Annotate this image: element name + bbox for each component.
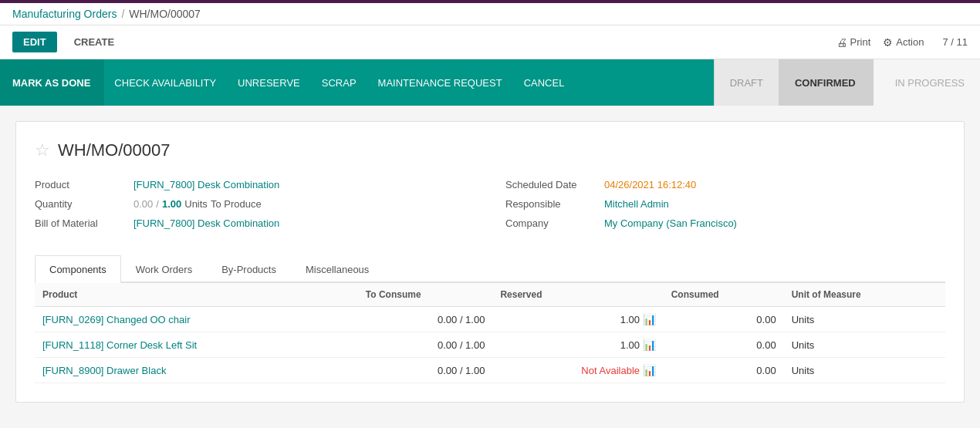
quantity-field: Quantity 0.00 / 1.00 Units To Produce [35, 198, 475, 210]
col-product: Product [35, 283, 358, 307]
col-to-consume: To Consume [358, 283, 493, 307]
record-counter: 7 / 11 [942, 36, 968, 48]
responsible-field: Responsible Mitchell Admin [505, 198, 945, 210]
action-bar: EDIT CREATE Print Action 7 / 11 [0, 25, 980, 59]
unit-measure: Units [784, 332, 945, 358]
reserved-value: 1.00 📊 [492, 332, 663, 358]
product-label: Product [35, 179, 127, 190]
table-body: [FURN_0269] Changed OO chair 0.00 / 1.00… [35, 307, 945, 383]
favorite-icon[interactable]: ☆ [35, 140, 50, 160]
create-button[interactable]: CREATE [63, 32, 125, 52]
status-confirmed[interactable]: CONFIRMED [779, 59, 873, 106]
toolbar: MARK AS DONE CHECK AVAILABILITY UNRESERV… [0, 59, 980, 106]
consumed: 0.00 [664, 332, 784, 358]
scrap-button[interactable]: SCRAP [311, 59, 367, 106]
print-button[interactable]: Print [836, 36, 871, 49]
quantity-zero: 0.00 [133, 198, 153, 210]
action-label: Action [896, 36, 924, 48]
unit-measure: Units [784, 307, 945, 332]
mark-as-done-button[interactable]: MARK AS DONE [0, 59, 103, 106]
product-name[interactable]: [FURN_0269] Changed OO chair [35, 307, 358, 332]
table-row: [FURN_0269] Changed OO chair 0.00 / 1.00… [35, 307, 945, 332]
printer-icon [836, 36, 847, 49]
chart-icon[interactable]: 📊 [643, 339, 656, 351]
breadcrumb-current: WH/MO/00007 [129, 8, 201, 20]
cancel-button[interactable]: CANCEL [513, 59, 576, 106]
not-available: Not Available [581, 365, 640, 376]
tabs-row: Components Work Orders By-Products Misce… [35, 255, 945, 283]
breadcrumb-parent[interactable]: Manufacturing Orders [12, 8, 117, 20]
product-name[interactable]: [FURN_1118] Corner Desk Left Sit [35, 332, 358, 358]
product-value[interactable]: [FURN_7800] Desk Combination [133, 179, 279, 190]
product-field: Product [FURN_7800] Desk Combination [35, 179, 475, 190]
chart-icon[interactable]: 📊 [643, 313, 656, 325]
tab-miscellaneous[interactable]: Miscellaneous [291, 255, 384, 283]
table-row: [FURN_8900] Drawer Black 0.00 / 1.00 Not… [35, 358, 945, 383]
form-title-row: ☆ WH/MO/00007 [35, 140, 945, 160]
table-header-row: Product To Consume Reserved Consumed Uni… [35, 283, 945, 307]
print-label: Print [850, 36, 871, 48]
status-bar: DRAFT CONFIRMED IN PROGRESS [714, 59, 980, 106]
quantity-row: 0.00 / 1.00 Units To Produce [133, 198, 262, 210]
to-consume: 0.00 / 1.00 [358, 358, 493, 383]
bom-value[interactable]: [FURN_7800] Desk Combination [133, 217, 279, 229]
unit-measure: Units [784, 358, 945, 383]
check-availability-button[interactable]: CHECK AVAILABILITY [103, 59, 227, 106]
chart-icon[interactable]: 📊 [643, 364, 656, 376]
form-fields: Product [FURN_7800] Desk Combination Qua… [35, 179, 945, 237]
form-title: WH/MO/00007 [58, 140, 171, 160]
scheduled-date-label: Scheduled Date [505, 179, 598, 190]
unreserve-button[interactable]: UNRESERVE [227, 59, 311, 106]
left-fields: Product [FURN_7800] Desk Combination Qua… [35, 179, 475, 237]
reserved-value: Not Available 📊 [492, 358, 663, 383]
breadcrumb: Manufacturing Orders / WH/MO/00007 [0, 3, 980, 25]
main-content: ☆ WH/MO/00007 Product [FURN_7800] Desk C… [0, 106, 980, 418]
responsible-value[interactable]: Mitchell Admin [604, 198, 669, 210]
maintenance-request-button[interactable]: MAINTENANCE REQUEST [367, 59, 513, 106]
form-card: ☆ WH/MO/00007 Product [FURN_7800] Desk C… [15, 121, 965, 403]
quantity-label: Quantity [35, 198, 127, 210]
quantity-value[interactable]: 1.00 [162, 198, 181, 210]
product-name[interactable]: [FURN_8900] Drawer Black [35, 358, 358, 383]
status-draft[interactable]: DRAFT [714, 59, 779, 106]
right-fields: Scheduled Date 04/26/2021 16:12:40 Respo… [505, 179, 945, 237]
to-consume: 0.00 / 1.00 [358, 307, 493, 332]
col-consumed: Consumed [664, 283, 784, 307]
bom-label: Bill of Material [35, 217, 127, 229]
reserved-value: 1.00 📊 [492, 307, 663, 332]
scheduled-date-field: Scheduled Date 04/26/2021 16:12:40 [505, 179, 945, 190]
action-button[interactable]: Action [883, 36, 924, 49]
consumed: 0.00 [664, 307, 784, 332]
status-in-progress[interactable]: IN PROGRESS [873, 59, 980, 106]
breadcrumb-separator: / [121, 8, 124, 20]
scheduled-date-value[interactable]: 04/26/2021 16:12:40 [604, 179, 696, 190]
col-reserved: Reserved [492, 283, 663, 307]
quantity-to-produce: To Produce [211, 198, 262, 210]
tab-components[interactable]: Components [35, 255, 121, 283]
gear-icon [883, 36, 893, 49]
company-label: Company [505, 217, 598, 229]
components-table: Product To Consume Reserved Consumed Uni… [35, 283, 945, 383]
tab-by-products[interactable]: By-Products [207, 255, 291, 283]
tab-work-orders[interactable]: Work Orders [121, 255, 207, 283]
edit-button[interactable]: EDIT [12, 32, 57, 52]
consumed: 0.00 [664, 358, 784, 383]
responsible-label: Responsible [505, 198, 598, 210]
company-field: Company My Company (San Francisco) [505, 217, 945, 229]
table-row: [FURN_1118] Corner Desk Left Sit 0.00 / … [35, 332, 945, 358]
bom-field: Bill of Material [FURN_7800] Desk Combin… [35, 217, 475, 229]
company-value[interactable]: My Company (San Francisco) [604, 217, 737, 229]
col-unit: Unit of Measure [784, 283, 945, 307]
to-consume: 0.00 / 1.00 [358, 332, 493, 358]
